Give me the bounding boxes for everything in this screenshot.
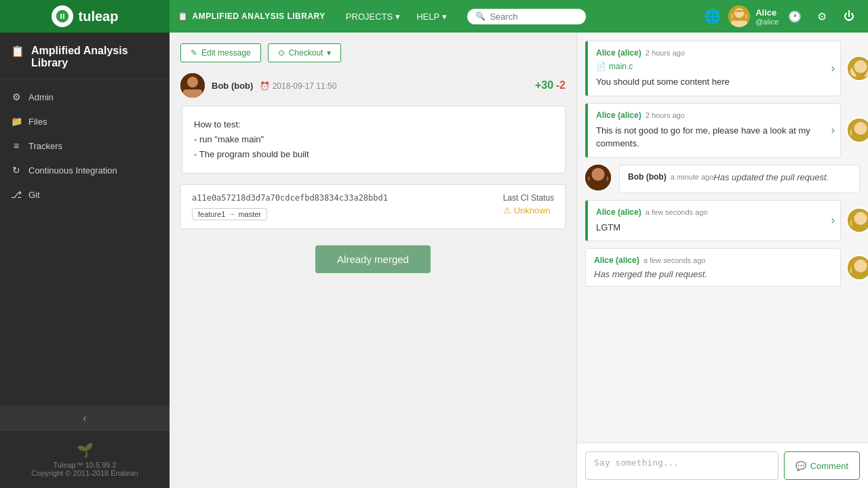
main-layout: 📋 Amplified Analysis Library ⚙ Admin 📁 F…	[0, 33, 868, 488]
nav-projects[interactable]: PROJECTS ▾	[339, 9, 407, 24]
svg-point-13	[854, 212, 867, 225]
sidebar-label-ci: Continuous Integration	[28, 165, 117, 176]
pr-commit-info: a11e0a57218d3d7a70cdcefbd83834c33a28bbd1…	[192, 193, 388, 220]
comment-4: Alice (alice) a few seconds ago LGTM ›	[585, 200, 841, 242]
comment-5-header: Alice (alice) a few seconds ago	[594, 256, 832, 265]
author-info: Bob (bob) ⏰ 2018-09-17 11:50	[212, 81, 336, 91]
files-icon: 📁	[11, 116, 22, 127]
svg-rect-5	[183, 89, 202, 98]
sidebar-label-admin: Admin	[28, 92, 54, 102]
edit-icon: ✎	[191, 48, 197, 58]
comment-1-text: You should put some content here	[596, 75, 832, 89]
tuleap-logo: 🌱	[11, 442, 159, 458]
sidebar-footer: 🌱 Tuleap™ 10.5.99.2 Copyright © 2011-201…	[0, 431, 170, 488]
project-icon: 📋	[178, 12, 189, 21]
edit-message-button[interactable]: ✎ Edit message	[180, 43, 261, 62]
sidebar-label-trackers: Trackers	[28, 141, 62, 151]
branch-from: feature1	[198, 210, 225, 218]
nav-help[interactable]: HELP ▾	[410, 9, 454, 24]
pr-description: How to test: - run "make main" - The pro…	[180, 106, 566, 174]
sidebar-item-admin[interactable]: ⚙ Admin	[0, 85, 170, 109]
user-name: Alice	[755, 7, 778, 18]
branch-to: master	[238, 210, 261, 218]
merge-section: Already merged	[180, 245, 566, 273]
branch-badge: feature1 → master	[192, 208, 267, 220]
comment-3-header: Bob (bob) a minute ago	[628, 172, 713, 182]
history-icon[interactable]: 🕐	[784, 5, 806, 27]
comment-input-bar: 💬 Comment	[577, 443, 868, 488]
comment-2-header: Alice (alice) 2 hours ago	[596, 110, 832, 120]
planet-icon[interactable]: 🌐	[701, 5, 723, 27]
sidebar-item-ci[interactable]: ↻ Continuous Integration	[0, 158, 170, 182]
brand-icon	[52, 5, 73, 27]
comment-row-1: Alice (alice) 2 hours ago 📄 main.c You s…	[585, 41, 860, 96]
diff-del: -2	[556, 79, 566, 91]
sidebar-item-trackers[interactable]: ≡ Trackers	[0, 134, 170, 158]
svg-point-1	[734, 8, 744, 18]
warning-icon: ⚠	[503, 205, 511, 216]
search-icon: 🔍	[475, 12, 486, 21]
comment-row-3: Bob (bob) a minute ago Has updated the p…	[585, 165, 860, 193]
comment-button[interactable]: 💬 Comment	[784, 451, 860, 480]
sidebar-collapse-button[interactable]: ‹	[0, 405, 170, 431]
comment-3-text: Has updated the pull request.	[713, 172, 829, 186]
sidebar-item-git[interactable]: ⎇ Git	[0, 182, 170, 207]
checkout-button[interactable]: ⊙ Checkout ▾	[268, 43, 342, 62]
nav-projects-label: PROJECTS	[346, 12, 393, 22]
commit-hash: a11e0a57218d3d7a70cdcefbd83834c33a28bbd1	[192, 193, 388, 203]
sidebar-project-name: 📋 Amplified Analysis Library	[0, 33, 170, 79]
ci-icon: ↻	[11, 165, 22, 176]
power-icon[interactable]: ⏻	[838, 5, 860, 27]
search-input[interactable]	[490, 12, 578, 22]
footer-version: Tuleap™ 10.5.99.2	[11, 461, 159, 469]
comment-4-header: Alice (alice) a few seconds ago	[596, 207, 832, 217]
ci-status-label: Last CI Status	[503, 193, 554, 203]
comment-row-5: Alice (alice) a few seconds ago Has merg…	[585, 248, 860, 287]
desc-line-2: - run "make main"	[194, 132, 554, 147]
trackers-icon: ≡	[11, 140, 22, 151]
pr-meta: Bob (bob) ⏰ 2018-09-17 11:50 +30 -2	[180, 73, 566, 98]
top-nav-right: 🌐 Alice @alice 🕐 ⚙ ⏻	[693, 5, 868, 27]
comment-input-field[interactable]	[585, 451, 778, 480]
comment-2-text: This is not good to go for me, please ha…	[596, 124, 832, 150]
project-name: AMPLIFIED ANALYSIS LIBRARY	[193, 12, 326, 21]
sidebar-item-files[interactable]: 📁 Files	[0, 109, 170, 134]
author-name: Bob (bob)	[212, 81, 253, 91]
chevron-right-icon: ›	[831, 214, 835, 226]
sidebar: 📋 Amplified Analysis Library ⚙ Admin 📁 F…	[0, 33, 170, 488]
arrow-icon: →	[228, 210, 235, 218]
sidebar-nav: ⚙ Admin 📁 Files ≡ Trackers ↻ Continuous …	[0, 79, 170, 405]
comment-1-body: Alice (alice) 2 hours ago 📄 main.c You s…	[596, 48, 832, 89]
author-avatar	[180, 73, 205, 98]
comment-1-header: Alice (alice) 2 hours ago	[596, 48, 832, 58]
settings-icon[interactable]: ⚙	[811, 5, 833, 27]
comment-4-body: Alice (alice) a few seconds ago LGTM	[596, 207, 832, 235]
main-panel: ✎ Edit message ⊙ Checkout ▾	[170, 33, 576, 488]
sidebar-label-git: Git	[28, 190, 40, 200]
avatar	[728, 5, 750, 27]
git-icon: ⎇	[11, 189, 22, 200]
project-link[interactable]: 📋 AMPLIFIED ANALYSIS LIBRARY	[178, 12, 326, 21]
comment-1: Alice (alice) 2 hours ago 📄 main.c You s…	[585, 41, 841, 96]
footer-copyright: Copyright © 2011-2018 Enalean	[11, 469, 159, 477]
ci-status-text: Unknown	[514, 205, 551, 216]
pr-toolbar: ✎ Edit message ⊙ Checkout ▾	[180, 43, 566, 62]
desc-line-1: How to test:	[194, 117, 554, 132]
comment-row-2: Alice (alice) 2 hours ago This is not go…	[585, 103, 860, 158]
brand-name: tuleap	[79, 9, 119, 24]
pr-ci-section: a11e0a57218d3d7a70cdcefbd83834c33a28bbd1…	[180, 184, 566, 229]
comment-5-body: Alice (alice) a few seconds ago Has merg…	[594, 256, 832, 279]
already-merged-button[interactable]: Already merged	[315, 245, 431, 273]
svg-point-4	[187, 77, 198, 87]
svg-point-7	[854, 60, 867, 73]
alice-avatar-5	[846, 255, 868, 281]
checkout-dropdown-icon: ▾	[327, 48, 331, 58]
edit-message-label: Edit message	[201, 48, 251, 58]
file-icon: 📄	[596, 62, 606, 71]
nav-help-label: HELP	[416, 12, 439, 22]
svg-rect-2	[731, 20, 747, 27]
checkout-icon: ⊙	[278, 48, 285, 58]
diff-add: +30	[535, 79, 553, 91]
alice-avatar-2	[846, 117, 868, 143]
user-menu[interactable]: Alice @alice	[728, 5, 778, 27]
